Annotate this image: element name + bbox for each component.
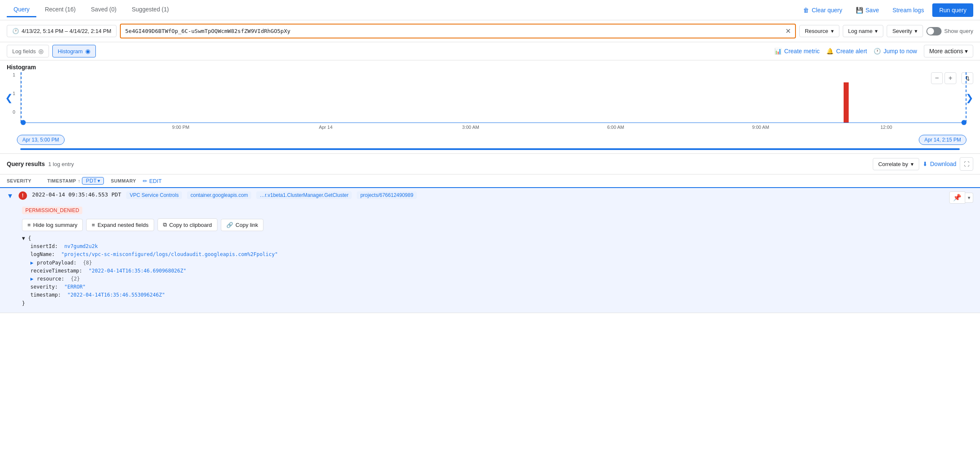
pin-chevron-button[interactable]: ▾ — [965, 193, 973, 203]
save-icon: 💾 — [856, 7, 863, 14]
log-collapse-button[interactable]: ▼ — [7, 191, 14, 200]
tag-projects[interactable]: projects/676612490989 — [357, 191, 416, 199]
log-fields-button[interactable]: Log fields ◎ — [7, 45, 49, 57]
tab-suggested[interactable]: Suggested (1) — [125, 3, 176, 17]
histogram-button[interactable]: Histogram ◉ — [52, 45, 96, 57]
log-line-log-name: logName: "projects/vpc-sc-misconfigured/… — [22, 251, 973, 259]
timeline-ticks: 9:00 PM Apr 14 3:00 AM 6:00 AM 9:00 AM 1… — [7, 125, 973, 133]
log-actions-bar: ≡ Hide log summary ≡ Expand nested field… — [22, 215, 973, 234]
log-line-proto-payload: ▶ protoPayload: {8} — [22, 259, 973, 267]
histogram-nav-right[interactable]: ❯ — [966, 93, 973, 104]
hide-log-summary-button[interactable]: ≡ Hide log summary — [22, 219, 83, 231]
tick-12: 12:00 — [880, 125, 892, 130]
log-entry-header: ▼ ! 2022-04-14 09:35:46.553 PDT VPC Serv… — [0, 188, 980, 207]
tab-query[interactable]: Query — [7, 3, 36, 17]
pdt-badge[interactable]: PDT ▾ — [82, 177, 104, 185]
create-metric-button[interactable]: 📊 Create metric — [774, 48, 820, 55]
log-error-tag-row: PERMISSION_DENIED — [0, 207, 980, 215]
metric-icon: 📊 — [774, 48, 782, 55]
download-button[interactable]: ⬇ Download — [923, 161, 956, 167]
histogram-nav-left[interactable]: ❮ — [5, 93, 13, 104]
log-detail: ≡ Hide log summary ≡ Expand nested field… — [0, 215, 980, 313]
download-icon: ⬇ — [923, 161, 928, 167]
results-title: Query results — [7, 161, 45, 167]
edit-columns-button[interactable]: ✏ EDIT — [143, 178, 162, 184]
expand-icon: ≡ — [92, 222, 95, 228]
pin-icon: 📌 — [953, 193, 961, 202]
severity-filter-button[interactable]: Severity ▾ — [887, 25, 923, 37]
log-name-filter-button[interactable]: Log name ▾ — [843, 25, 884, 37]
chevron-down-icon: ▾ — [911, 161, 914, 167]
run-query-button[interactable]: Run query — [932, 3, 973, 17]
pin-button-group: 📌 ▾ — [949, 191, 973, 204]
date-range-button[interactable]: 🕐 4/13/22, 5:14 PM – 4/14/22, 2:14 PM — [7, 25, 117, 37]
tab-saved[interactable]: Saved (0) — [84, 3, 123, 17]
table-header: SEVERITY TIMESTAMP ↑ PDT ▾ SUMMARY ✏ EDI… — [0, 174, 980, 188]
chevron-down-icon: ▾ — [965, 48, 968, 55]
copy-to-clipboard-button[interactable]: ⧉ Copy to clipboard — [157, 218, 217, 231]
tag-permission-denied[interactable]: PERMISSION_DENIED — [22, 207, 82, 214]
pin-chevron-icon: ▾ — [968, 195, 970, 201]
tick-apr14: Apr 14 — [319, 125, 332, 130]
search-row: 🕐 4/13/22, 5:14 PM – 4/14/22, 2:14 PM ✕ … — [0, 20, 980, 42]
chevron-down-icon: ▾ — [915, 28, 918, 34]
jump-to-now-button[interactable]: 🕐 Jump to now — [874, 48, 917, 55]
tag-cluster-manager[interactable]: …r.v1beta1.ClusterManager.GetCluster — [256, 191, 352, 199]
histogram-container: Histogram − + ⇅ ❮ 1 1 0 — [0, 60, 980, 154]
col-severity-header: SEVERITY — [7, 178, 41, 183]
tag-container-googleapis[interactable]: container.googleapis.com — [187, 191, 251, 199]
col-summary-header: SUMMARY — [111, 178, 136, 183]
histogram-title: Histogram — [7, 64, 973, 71]
stream-logs-button[interactable]: Stream logs — [888, 4, 929, 16]
timeline-end-label[interactable]: Apr 14, 2:15 PM — [919, 135, 966, 145]
more-actions-button[interactable]: More actions ▾ — [924, 45, 973, 57]
copy-icon: ⧉ — [163, 221, 167, 228]
clear-search-icon[interactable]: ✕ — [785, 27, 791, 35]
proto-payload-expand[interactable]: ▶ — [30, 259, 33, 267]
eye-off-icon: ◎ — [38, 48, 43, 55]
create-alert-button[interactable]: 🔔 Create alert — [826, 48, 867, 55]
resource-filter-button[interactable]: Resource ▾ — [799, 25, 839, 37]
clock-icon: 🕐 — [874, 48, 881, 55]
toolbar-row: Log fields ◎ Histogram ◉ 📊 Create metric… — [0, 42, 980, 60]
hide-icon: ≡ — [27, 222, 31, 228]
resource-expand[interactable]: ▶ — [30, 275, 33, 283]
tag-vpc-service-controls[interactable]: VPC Service Controls — [126, 191, 182, 199]
tick-9pm: 9:00 PM — [172, 125, 190, 130]
alert-icon: 🔔 — [826, 48, 833, 55]
pin-button[interactable]: 📌 — [949, 191, 965, 204]
log-code-block: ▼ { insertId: nv7gumd2u2k logName: "proj… — [22, 234, 973, 308]
fullscreen-button[interactable]: ⛶ — [960, 157, 973, 171]
save-button[interactable]: 💾 Save — [851, 4, 884, 16]
tick-3am: 3:00 AM — [462, 125, 479, 130]
tab-recent[interactable]: Recent (16) — [38, 3, 82, 17]
search-box[interactable]: ✕ — [120, 24, 795, 38]
search-input[interactable] — [125, 28, 783, 34]
show-query-toggle-row: Show query — [926, 27, 973, 35]
correlate-by-button[interactable]: Correlate by ▾ — [873, 158, 919, 170]
toolbar-right: 📊 Create metric 🔔 Create alert 🕐 Jump to… — [774, 45, 973, 57]
histogram-chart-area: ❮ 1 1 0 ❯ — [7, 72, 973, 123]
fullscreen-icon: ⛶ — [964, 161, 969, 167]
log-line-open-brace: ▼ { — [22, 234, 973, 243]
tick-6am: 6:00 AM — [607, 125, 624, 130]
timeline-start-label[interactable]: Apr 13, 5:00 PM — [17, 135, 65, 145]
histogram-body[interactable] — [20, 72, 966, 123]
trash-icon: 🗑 — [803, 7, 809, 14]
copy-link-button[interactable]: 🔗 Copy link — [221, 219, 263, 231]
severity-error-icon: ! — [19, 191, 27, 200]
col-timestamp-header: TIMESTAMP ↑ PDT ▾ — [47, 177, 104, 185]
results-count: 1 log entry — [48, 161, 74, 167]
timeline-progress-bar — [20, 148, 960, 150]
show-query-toggle[interactable] — [926, 27, 942, 35]
chevron-down-icon: ▾ — [831, 28, 834, 34]
expand-nested-fields-button[interactable]: ≡ Expand nested fields — [86, 219, 154, 231]
tick-9am: 9:00 AM — [752, 125, 769, 130]
clear-query-button[interactable]: 🗑 Clear query — [798, 4, 847, 16]
histogram-range-start-line — [21, 72, 22, 123]
log-entry: ▼ ! 2022-04-14 09:35:46.553 PDT VPC Serv… — [0, 188, 980, 313]
log-line-insert-id: insertId: nv7gumd2u2k — [22, 243, 973, 251]
sort-asc-icon: ↑ — [78, 178, 80, 183]
log-line-resource: ▶ resource: {2} — [22, 275, 973, 283]
pdt-chevron-icon: ▾ — [98, 178, 100, 184]
